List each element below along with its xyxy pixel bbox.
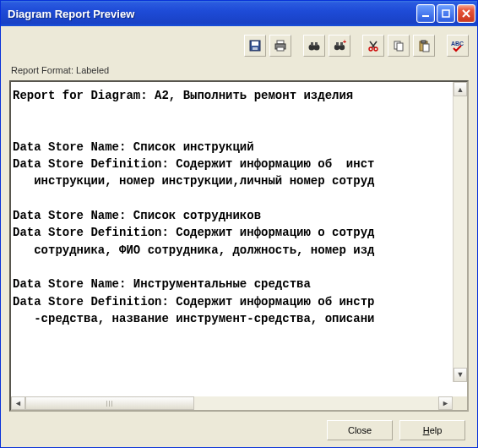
close-button[interactable]: Close xyxy=(327,420,393,440)
svg-rect-27 xyxy=(423,44,429,52)
client-area: + ABC Report Format: Labeled Report for … xyxy=(1,26,477,447)
svg-rect-24 xyxy=(397,43,403,51)
binoculars-plus-icon: + xyxy=(333,39,346,52)
svg-text:+: + xyxy=(343,39,346,45)
svg-text:ABC: ABC xyxy=(451,41,464,46)
report-text[interactable]: Report for Diagram: A2, Выполнить ремонт… xyxy=(13,87,462,327)
spellcheck-button[interactable]: ABC xyxy=(447,35,469,57)
svg-rect-9 xyxy=(277,47,284,51)
save-button[interactable] xyxy=(244,35,266,57)
find-next-button[interactable]: + xyxy=(329,35,350,57)
svg-rect-16 xyxy=(336,42,339,46)
print-button[interactable] xyxy=(269,35,291,57)
paste-button[interactable] xyxy=(413,35,435,57)
copy-icon xyxy=(392,39,405,52)
scroll-corner xyxy=(453,396,467,410)
find-button[interactable] xyxy=(303,35,325,57)
scroll-up-arrow-icon[interactable]: ▲ xyxy=(454,82,467,96)
window: Diagram Report Preview + xyxy=(0,0,478,448)
svg-rect-13 xyxy=(315,42,318,46)
save-icon xyxy=(248,39,262,52)
svg-rect-0 xyxy=(422,15,429,17)
vertical-scroll-track[interactable] xyxy=(454,96,467,368)
help-mnemonic: H xyxy=(423,425,430,435)
report-frame: Report for Diagram: A2, Выполнить ремонт… xyxy=(9,80,469,412)
horizontal-scrollbar[interactable]: ◄ ||| ► xyxy=(11,396,467,410)
printer-icon xyxy=(274,39,287,52)
window-controls xyxy=(416,4,475,23)
help-rest: elp xyxy=(430,425,443,435)
scroll-right-arrow-icon[interactable]: ► xyxy=(438,396,453,410)
close-window-button[interactable] xyxy=(457,4,475,23)
report-body: Report for Diagram: A2, Выполнить ремонт… xyxy=(11,82,467,332)
paste-icon xyxy=(417,39,431,52)
titlebar: Diagram Report Preview xyxy=(1,1,477,26)
svg-rect-7 xyxy=(277,41,284,44)
horizontal-scroll-thumb[interactable]: ||| xyxy=(25,396,194,410)
maximize-button[interactable] xyxy=(437,4,455,23)
copy-button[interactable] xyxy=(388,35,410,57)
vertical-scrollbar[interactable]: ▲ ▼ xyxy=(453,82,467,382)
bottom-bar: Close Help xyxy=(9,412,469,440)
svg-point-22 xyxy=(374,47,378,51)
svg-rect-1 xyxy=(443,10,449,17)
minimize-button[interactable] xyxy=(416,4,435,23)
svg-rect-12 xyxy=(311,42,313,46)
svg-rect-6 xyxy=(253,47,258,50)
svg-point-21 xyxy=(369,47,372,51)
cut-button[interactable] xyxy=(362,35,384,57)
binoculars-icon xyxy=(307,39,321,52)
toolbar: + ABC xyxy=(9,35,469,57)
help-button[interactable]: Help xyxy=(399,420,465,440)
svg-rect-26 xyxy=(421,41,426,43)
window-title: Diagram Report Preview xyxy=(8,8,416,20)
svg-rect-5 xyxy=(252,41,258,46)
scroll-left-arrow-icon[interactable]: ◄ xyxy=(11,396,25,410)
horizontal-scroll-track[interactable]: ||| xyxy=(25,396,438,410)
spellcheck-icon: ABC xyxy=(450,39,465,52)
scissors-icon xyxy=(367,39,380,52)
report-format-label: Report Format: Labeled xyxy=(11,65,469,75)
scroll-down-arrow-icon[interactable]: ▼ xyxy=(454,368,467,382)
